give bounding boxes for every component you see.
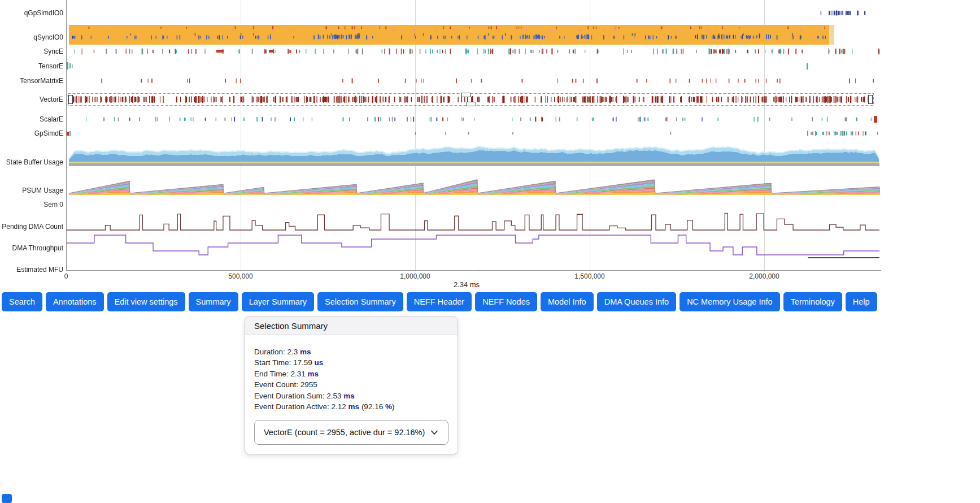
row-label-sem0[interactable]: Sem 0	[0, 201, 63, 209]
axis-tick-4: 2,000,000	[749, 272, 779, 280]
stat-start-time: Start Time: 17.59 us	[254, 357, 448, 368]
row-label-qgpsimdio0[interactable]: qGpSimdIO0	[0, 9, 63, 17]
nc-memory-usage-info-button[interactable]: NC Memory Usage Info	[680, 292, 780, 311]
profiler-app: qGpSimdIO0 qSyncIO0 SyncE TensorE Tensor…	[0, 0, 980, 503]
partial-button[interactable]	[2, 494, 12, 503]
stat-event-duration-active: Event Duration Active: 2.12 ms (92.16 %)	[254, 401, 448, 412]
axis-tick-3: 1,500,000	[574, 272, 604, 280]
row-label-synce[interactable]: SyncE	[0, 47, 63, 55]
stat-duration: Duration: 2.3 ms	[254, 346, 448, 357]
row-label-estimated-mfu[interactable]: Estimated MFU	[0, 266, 63, 274]
row-label-dma-throughput[interactable]: DMA Throughput	[0, 244, 63, 252]
stat-event-duration-sum: Event Duration Sum: 2.53 ms	[254, 391, 448, 401]
row-label-state-buffer-usage[interactable]: State Buffer Usage	[0, 158, 63, 166]
row-label-vectore[interactable]: VectorE	[0, 96, 63, 103]
terminology-button[interactable]: Terminology	[783, 292, 842, 311]
axis-duration-label: 2.34 ms	[454, 280, 480, 289]
stat-event-count: Event Count: 2955	[254, 379, 448, 390]
row-label-pending-dma-count[interactable]: Pending DMA Count	[0, 223, 63, 231]
search-button[interactable]: Search	[2, 292, 42, 311]
timeline-canvas[interactable]	[0, 0, 881, 271]
timeline-panel: qGpSimdIO0 qSyncIO0 SyncE TensorE Tensor…	[0, 0, 980, 291]
toolbar: Search Annotations Edit view settings Su…	[2, 292, 877, 311]
row-label-tensore[interactable]: TensorE	[0, 62, 63, 70]
dma-queues-info-button[interactable]: DMA Queues Info	[597, 292, 676, 311]
engine-select-label: VectorE (count = 2955, active dur = 92.1…	[264, 428, 425, 437]
selection-summary-button[interactable]: Selection Summary	[317, 292, 403, 311]
row-label-psum-usage[interactable]: PSUM Usage	[0, 187, 63, 194]
stat-end-time: End Time: 2.31 ms	[254, 368, 448, 379]
selection-summary-popup: Selection Summary Duration: 2.3 ms Start…	[245, 316, 458, 454]
row-label-qsyncio0[interactable]: qSyncIO0	[0, 33, 63, 41]
axis-tick-0: 0	[64, 272, 68, 280]
neff-nodes-button[interactable]: NEFF Nodes	[475, 292, 537, 311]
engine-select[interactable]: VectorE (count = 2955, active dur = 92.1…	[254, 420, 448, 445]
axis-tick-1: 500,000	[228, 272, 252, 280]
row-label-scalare[interactable]: ScalarE	[0, 115, 63, 123]
summary-button[interactable]: Summary	[189, 292, 238, 311]
neff-header-button[interactable]: NEFF Header	[407, 292, 472, 311]
edit-view-settings-button[interactable]: Edit view settings	[107, 292, 185, 311]
annotations-button[interactable]: Annotations	[46, 292, 104, 311]
popup-title: Selection Summary	[245, 317, 458, 335]
axis-tick-2: 1,000,000	[400, 272, 430, 280]
help-button[interactable]: Help	[846, 292, 877, 311]
chevron-down-icon	[430, 428, 439, 437]
model-info-button[interactable]: Model Info	[541, 292, 594, 311]
popup-body: Duration: 2.3 ms Start Time: 17.59 us En…	[245, 335, 458, 454]
row-label-tensormatrixe[interactable]: TensorMatrixE	[0, 77, 63, 85]
row-label-gpsimde[interactable]: GpSimdE	[0, 129, 63, 137]
layer-summary-button[interactable]: Layer Summary	[242, 292, 314, 311]
